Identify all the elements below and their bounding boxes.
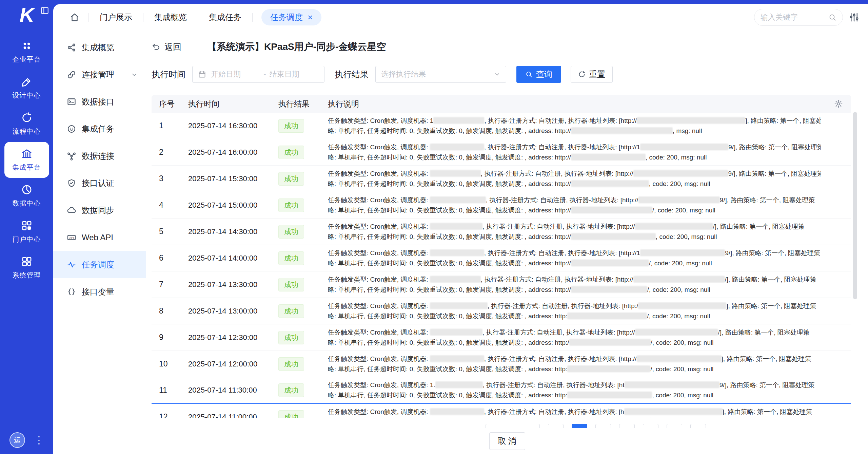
sidebar-item[interactable]: 连接管理 (53, 61, 146, 88)
sidebar-item[interactable]: 数据同步 (53, 197, 146, 224)
cell-result: 成功 (278, 251, 328, 265)
search-input[interactable] (761, 13, 828, 22)
topbar-tab[interactable]: 集成概览 (152, 12, 189, 23)
primary-nav-item[interactable]: 企业平台 (4, 34, 49, 70)
close-tab-icon[interactable]: × (308, 13, 313, 22)
sidebar-item[interactable]: 数据连接 (53, 143, 146, 170)
back-button[interactable]: 返回 (152, 41, 181, 53)
table-row[interactable]: 9 2025-07-14 12:30:00 成功 任务触发类型: Cron触发,… (152, 324, 851, 351)
table-settings-gear-icon[interactable] (834, 99, 843, 108)
variable-icon (67, 287, 76, 297)
query-button[interactable]: 查询 (516, 66, 561, 83)
search-icon[interactable] (828, 13, 836, 21)
start-date-placeholder[interactable]: 开始日期 (211, 69, 260, 79)
date-range-picker[interactable]: 开始日期 - 结束日期 (192, 66, 324, 83)
table-row[interactable]: 7 2025-07-14 13:30:00 成功 任务触发类型: Cron触发,… (152, 271, 851, 298)
page-header: 返回 【系统演示】KPaaS用户-同步-金蝶云星空 (152, 40, 851, 54)
user-avatar[interactable]: 运 (9, 432, 25, 448)
redacted-text (567, 392, 652, 398)
end-date-placeholder[interactable]: 结束日期 (270, 69, 319, 79)
module-sidebar: 集成概览 连接管理 数据接口 集成任务 (53, 31, 146, 454)
cell-time: 2025-07-14 12:00:00 (188, 360, 278, 368)
primary-nav-item[interactable]: 集成平台 (4, 142, 49, 178)
cell-time: 2025-07-14 14:00:00 (188, 254, 278, 263)
topbar-tab[interactable]: 集成任务 (207, 12, 243, 23)
sidebar-item-label: 数据同步 (82, 205, 114, 216)
sidebar-item-label: 任务调度 (82, 259, 114, 270)
redacted-text (571, 154, 646, 160)
redacted-text (571, 286, 647, 293)
collapse-sidebar-icon[interactable] (40, 6, 49, 15)
calendar-icon (198, 70, 206, 78)
table-row[interactable]: 2 2025-07-14 16:00:00 成功 任务触发类型: Cron触发,… (152, 139, 851, 166)
cell-description: 任务触发类型: Cron触发, 调度机器: , 执行器-注册方式: 自动注册, … (328, 407, 851, 418)
sidebar-item[interactable]: 集成概览 (53, 34, 146, 61)
sidebar-item[interactable]: 接口变量 (53, 278, 146, 305)
redacted-text (567, 365, 650, 372)
data-connection-icon (67, 151, 76, 161)
cell-seq: 5 (152, 227, 188, 236)
status-badge: 成功 (278, 198, 304, 212)
cancel-button[interactable]: 取 消 (489, 432, 525, 450)
table-row[interactable]: 3 2025-07-14 15:30:00 成功 任务触发类型: Cron触发,… (152, 166, 851, 192)
cell-result: 成功 (278, 331, 328, 344)
redacted-text (430, 196, 486, 203)
cell-time: 2025-07-14 16:00:00 (188, 148, 278, 157)
primary-nav-item[interactable]: 门户中心 (4, 214, 49, 250)
cell-time: 2025-07-14 15:30:00 (188, 174, 278, 183)
table-row[interactable]: 4 2025-07-14 15:00:00 成功 任务触发类型: Cron触发,… (152, 192, 851, 219)
table-row[interactable]: 11 2025-07-14 11:30:00 成功 任务触发类型: Cron触发… (152, 377, 851, 404)
result-select-placeholder: 选择执行结果 (381, 69, 494, 79)
table-row[interactable]: 8 2025-07-14 13:00:00 成功 任务触发类型: Cron触发,… (152, 298, 851, 324)
sidebar-item[interactable]: 数据接口 (53, 88, 146, 115)
cell-seq: 9 (152, 333, 188, 342)
table-row[interactable]: 12 2025-07-14 11:00:00 成功 任务触发类型: Cron触发… (152, 404, 851, 418)
result-select[interactable]: 选择执行结果 (375, 66, 506, 83)
sidebar-item[interactable]: 接口认证 (53, 170, 146, 197)
cell-description: 任务触发类型: Cron触发, 调度机器: , 执行器-注册方式: 自动注册, … (328, 142, 851, 163)
cell-result: 成功 (278, 278, 328, 291)
data-interface-icon (67, 97, 76, 107)
cell-seq: 4 (152, 201, 188, 210)
design-icon (21, 76, 33, 88)
sidebar-item[interactable]: 集成任务 (53, 115, 146, 143)
cell-description: 任务触发类型: Cron触发, 调度机器: , 执行器-注册方式: 自动注册, … (328, 222, 851, 242)
sidebar-item-label: 数据接口 (82, 96, 114, 107)
active-tab-task-schedule[interactable]: 任务调度 × (261, 9, 321, 25)
cell-description: 任务触发类型: Cron触发, 调度机器: , 执行器-注册方式: 自动注册, … (328, 248, 851, 268)
primary-nav-item[interactable]: 数据中心 (4, 178, 49, 214)
cell-seq: 1 (152, 121, 188, 130)
description-line-2: 略: 单机串行, 任务超时时间: 0, 失败重试次数: 0, 触发调度, 触发调… (328, 232, 821, 242)
sidebar-item-label: 连接管理 (82, 69, 114, 80)
table-row[interactable]: 6 2025-07-14 14:00:00 成功 任务触发类型: Cron触发,… (152, 245, 851, 271)
redacted-text (571, 260, 649, 266)
description-line-2: 略: 单机串行, 任务超时时间: 0, 失败重试次数: 0, 触发调度, 触发调… (328, 258, 821, 268)
description-line-2: 略: 单机串行, 任务超时时间: 0, 失败重试次数: 0, 触发调度, 触发调… (328, 179, 821, 189)
chevron-down-icon[interactable] (131, 71, 138, 78)
cell-seq: 3 (152, 174, 188, 183)
home-icon[interactable] (70, 12, 80, 22)
reset-button[interactable]: 重置 (571, 66, 613, 83)
vertical-scrollbar[interactable] (853, 112, 857, 299)
sidebar-item[interactable]: 任务调度 (53, 251, 146, 278)
cell-result: 成功 (278, 198, 328, 212)
primary-nav-item[interactable]: 设计中心 (4, 70, 49, 106)
topbar-tab[interactable]: 门户展示 (98, 12, 134, 23)
table-row[interactable]: 5 2025-07-14 14:30:00 成功 任务触发类型: Cron触发,… (152, 219, 851, 245)
filter-sliders-icon[interactable] (849, 12, 859, 22)
description-line-1: 任务触发类型: Cron触发, 调度机器: , 执行器-注册方式: 自动注册, … (328, 275, 821, 285)
sidebar-item-label: 集成概览 (82, 42, 114, 53)
table-row[interactable]: 10 2025-07-14 12:00:00 成功 任务触发类型: Cron触发… (152, 351, 851, 377)
table-row[interactable]: 1 2025-07-14 16:30:00 成功 任务触发类型: Cron触发,… (152, 113, 851, 139)
primary-nav-item[interactable]: 流程中心 (4, 106, 49, 142)
more-options-icon[interactable]: ⋮ (34, 435, 44, 445)
primary-nav-item[interactable]: 系统管理 (4, 250, 49, 286)
status-badge: 成功 (278, 331, 304, 344)
filter-bar: 执行时间 开始日期 - 结束日期 执行结果 选择执行结果 查询 重置 (152, 66, 851, 83)
status-badge: 成功 (278, 119, 304, 133)
sidebar-item[interactable]: API Web API (53, 224, 146, 251)
header-seq: 序号 (152, 99, 188, 109)
redacted-text (640, 249, 725, 256)
redacted-text (638, 302, 726, 309)
redacted-text (571, 127, 673, 134)
